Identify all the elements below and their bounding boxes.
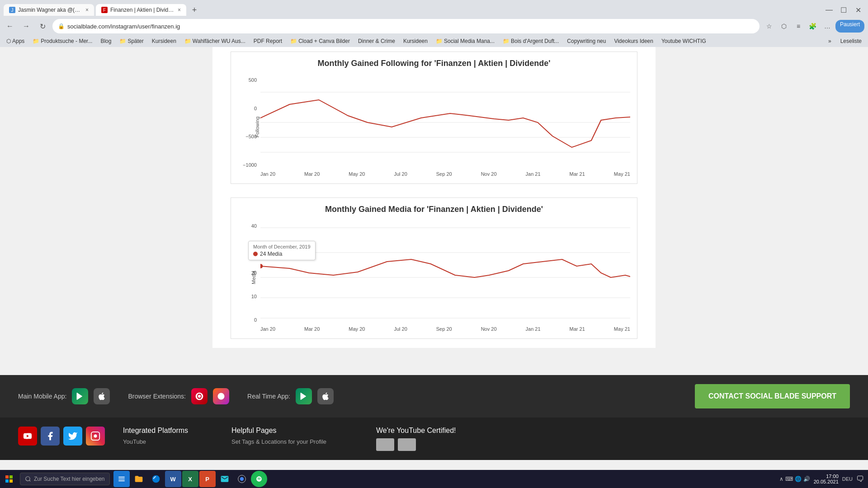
minimize-button[interactable]: — — [823, 4, 835, 16]
tab-jasmin-close[interactable]: × — [85, 7, 89, 13]
bookmark-copywriting[interactable]: Copywriting neu — [564, 37, 609, 45]
bookmark-videokurs[interactable]: Videokurs Ideen — [611, 37, 656, 45]
start-button[interactable] — [0, 470, 18, 488]
contact-support-button[interactable]: CONTACT SOCIAL BLADE SUPPORT — [695, 384, 850, 408]
new-tab-button[interactable]: + — [188, 4, 201, 16]
svg-point-21 — [240, 477, 243, 481]
tab-finanzen-close[interactable]: × — [178, 7, 181, 13]
realtime-app-label: Real Time App: — [247, 393, 290, 400]
systray-keyboard[interactable]: ⌨ — [785, 476, 793, 482]
chrome-extension-icon[interactable] — [191, 388, 208, 404]
content-area: Monthly Gained Following for 'Finanzen |… — [212, 47, 656, 348]
tab-finanzen[interactable]: F Finanzen | Aktien | Dividende's ... × — [96, 4, 186, 16]
y-tick-500: 500 — [249, 77, 257, 83]
tooltip-value: 24 Media — [253, 251, 311, 257]
taskbar-chrome-icon[interactable] — [234, 471, 250, 487]
media-chart-title: Monthly Gained Media for 'Finanzen | Akt… — [238, 205, 630, 214]
chart-tooltip: Month of December, 2019 24 Media — [248, 241, 316, 260]
bookmark-kursideen[interactable]: Kursideen — [149, 37, 179, 45]
media-chart-section: Month of December, 2019 24 Media Monthly… — [212, 193, 656, 348]
instagram-social-icon[interactable] — [86, 427, 105, 446]
realtime-app-section: Real Time App: — [247, 388, 334, 404]
bookmark-blog[interactable]: Blog — [98, 37, 114, 45]
reload-button[interactable]: ↻ — [36, 20, 49, 33]
reader-icon[interactable]: ≡ — [792, 20, 805, 33]
back-button[interactable]: ← — [4, 20, 16, 33]
taskbar-edge-icon[interactable] — [148, 471, 164, 487]
taskbar-notification[interactable]: 🗨 — [856, 474, 864, 484]
bookmark-youtube[interactable]: Youtube WICHTIG — [659, 37, 709, 45]
bookmark-dinner[interactable]: Dinner & Crime — [355, 37, 398, 45]
media-x-labels: Jan 20Mar 20May 20Jul 20Sep 20Nov 20Jan … — [260, 324, 630, 332]
apple-store-icon[interactable] — [94, 388, 110, 404]
media-chart-svg — [260, 223, 630, 323]
folder-icon-4: 📁 — [290, 38, 297, 44]
restore-button[interactable]: ☐ — [837, 4, 850, 16]
taskbar-excel-icon[interactable]: X — [182, 471, 198, 487]
y-tick-0: 0 — [254, 106, 257, 111]
url-bar[interactable]: 🔒 socialblade.com/instagram/user/finanze… — [52, 19, 760, 33]
folder-icon-2: 📁 — [119, 38, 126, 44]
realtime-apple-icon[interactable] — [317, 388, 334, 404]
mobile-app-label: Main Mobile App: — [18, 393, 66, 400]
twitter-social-icon[interactable] — [63, 427, 82, 446]
helpful-pages-title: Helpful Pages — [231, 427, 358, 435]
tab-jasmin[interactable]: J Jasmin Wagner aka @(@jasmi... × — [4, 4, 94, 16]
following-chart-section: Monthly Gained Following for 'Finanzen |… — [212, 47, 656, 193]
taskbar-mail-icon[interactable] — [217, 471, 233, 487]
google-play-icon[interactable] — [72, 388, 88, 404]
bookmark-wahlfächer[interactable]: 📁 Wahlfächer WU Aus... — [182, 37, 248, 45]
extensions-icon[interactable]: 🧩 — [807, 20, 819, 33]
bookmark-bois[interactable]: 📁 Bois d'Argent Duft... — [500, 37, 561, 45]
firefox-extension-icon[interactable] — [213, 388, 229, 404]
svg-rect-17 — [9, 479, 13, 483]
taskbar-explorer-icon[interactable] — [131, 471, 147, 487]
bookmark-produktsuche[interactable]: 📁 Produktsuche - Mer... — [30, 37, 95, 45]
svg-line-19 — [29, 480, 31, 482]
bookmarks-more-button[interactable]: » — [825, 37, 835, 45]
bookmark-apps[interactable]: ⬡ Apps — [4, 37, 27, 45]
systray-volume[interactable]: 🔊 — [803, 476, 810, 482]
bookmark-cload[interactable]: 📁 Cload + Canva Bilder — [288, 37, 353, 45]
facebook-social-icon[interactable] — [41, 427, 60, 446]
settings-icon[interactable]: … — [821, 20, 834, 33]
social-icons — [18, 427, 105, 446]
bookmark-kursideen2[interactable]: Kursideen — [401, 37, 430, 45]
bookmark-pdf[interactable]: PDF Report — [251, 37, 285, 45]
taskbar-clock[interactable]: 17:00 20.05.2021 — [814, 474, 839, 484]
youtube-social-icon[interactable] — [18, 427, 37, 446]
bookmarks-bar: ⬡ Apps 📁 Produktsuche - Mer... Blog 📁 Sp… — [0, 36, 868, 47]
taskbar-powerpoint-icon[interactable]: P — [199, 471, 216, 487]
following-chart-svg — [260, 77, 630, 168]
helpful-pages-section: Helpful Pages Set Tags & Locations for y… — [231, 427, 358, 447]
taskbar-word-icon[interactable]: W — [165, 471, 181, 487]
footer-main: Main Mobile App: Browser Extensions: Rea… — [0, 375, 868, 418]
realtime-google-play-icon[interactable] — [296, 388, 312, 404]
taskbar-apps-icon[interactable] — [113, 471, 130, 487]
bookmark-später[interactable]: 📁 Später — [117, 37, 146, 45]
y-tick-0b: 0 — [254, 317, 257, 323]
y-tick-10: 10 — [251, 294, 257, 299]
taskbar-right: ∧ ⌨ 🌐 🔊 17:00 20.05.2021 DEU 🗨 — [779, 474, 868, 484]
star-icon[interactable]: ☆ — [763, 20, 776, 33]
integrated-platform-youtube[interactable]: YouTube — [123, 438, 213, 445]
url-text: socialblade.com/instagram/user/finanzen.… — [67, 23, 180, 30]
svg-rect-15 — [9, 475, 13, 479]
taskbar-search[interactable]: Zur Suche Text hier eingeben — [20, 473, 110, 485]
systray-expand[interactable]: ∧ — [779, 476, 783, 482]
bookmark-social-media[interactable]: 📁 Social Media Mana... — [433, 37, 497, 45]
browser-chrome: J Jasmin Wagner aka @(@jasmi... × F Fina… — [0, 0, 868, 47]
following-y-label: Following — [255, 117, 260, 137]
windows-taskbar: Zur Suche Text hier eingeben W X P — [0, 470, 868, 488]
tab-finanzen-label: Finanzen | Aktien | Dividende's ... — [110, 7, 175, 13]
yt-certified-logos — [376, 438, 456, 451]
taskbar-spotify-icon[interactable] — [251, 471, 267, 487]
helpful-page-tags[interactable]: Set Tags & Locations for your Profile — [231, 438, 358, 445]
collections-icon[interactable]: ⬡ — [778, 20, 790, 33]
profile-button[interactable]: Pausiert — [835, 20, 864, 33]
folder-icon-3: 📁 — [184, 38, 191, 44]
forward-button[interactable]: → — [20, 20, 33, 33]
systray-network[interactable]: 🌐 — [795, 476, 802, 482]
bookmark-leseliste[interactable]: Leseliste — [838, 37, 864, 45]
close-window-button[interactable]: ✕ — [852, 4, 864, 16]
